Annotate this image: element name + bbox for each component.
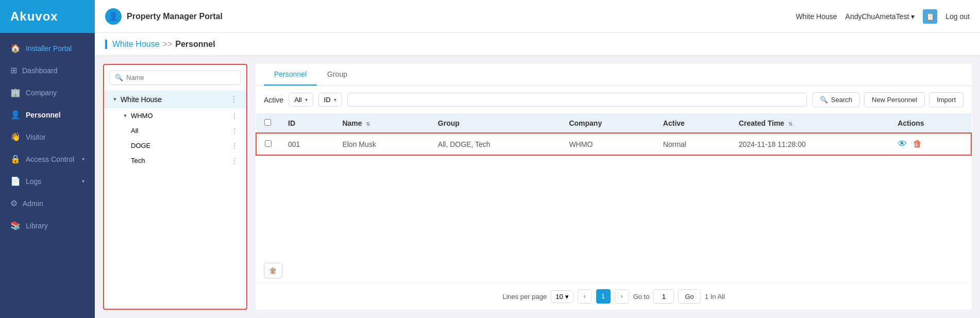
col-checkbox (256, 114, 280, 133)
col-active: Active (655, 114, 731, 133)
tab-group[interactable]: Group (317, 64, 358, 86)
search-button[interactable]: 🔍 Search (812, 92, 860, 107)
sidebar-item-label: Installer Portal (26, 44, 72, 53)
chevron-down-icon: ▾ (911, 12, 915, 21)
id-filter-select[interactable]: ID ▾ (318, 93, 342, 107)
chevron-down-icon: ▾ (305, 97, 308, 103)
bulk-delete-button[interactable]: 🗑 (264, 263, 282, 278)
search-icon: 🔍 (820, 96, 828, 104)
chevron-down-icon: ▾ (82, 178, 85, 184)
tree-item-all[interactable]: All ⋮ (104, 123, 246, 138)
portal-title: Property Manager Portal (127, 12, 223, 21)
sidebar-item-dashboard[interactable]: ⊞ Dashboard (0, 59, 95, 81)
sidebar-item-installer-portal[interactable]: 🏠 Installer Portal (0, 37, 95, 59)
tree-search-box[interactable]: 🔍 (109, 70, 241, 85)
sidebar-item-label: Access Control (26, 155, 74, 163)
col-group: Group (430, 114, 561, 133)
tree-panel: 🔍 ▼ White House ⋮ ▼ WHMO (103, 64, 247, 310)
tab-personnel[interactable]: Personnel (264, 64, 317, 86)
row-checkbox[interactable] (256, 133, 280, 155)
library-icon: 📚 (10, 221, 21, 230)
toolbar-search-input[interactable] (347, 93, 807, 107)
sidebar-item-visitor[interactable]: 👋 Visitor (0, 126, 95, 148)
table-area: ID Name ⇅ Group Company (256, 114, 972, 259)
sidebar-item-company[interactable]: 🏢 Company (0, 81, 95, 104)
go-button[interactable]: Go (678, 289, 700, 304)
lines-per-page-label: Lines per page (502, 293, 547, 300)
portal-user-icon: 👤 (105, 8, 122, 25)
tree-item-whmo[interactable]: ▼ WHMO ⋮ (104, 108, 246, 123)
prev-page-button[interactable]: ‹ (578, 289, 592, 304)
col-id: ID (280, 114, 334, 133)
tree-toggle-icon: ▼ (123, 113, 128, 119)
tree-toggle-icon: ▼ (112, 96, 117, 102)
row-id: 001 (280, 133, 334, 155)
goto-input[interactable] (653, 289, 674, 304)
breadcrumb-current: Personnel (175, 40, 215, 49)
col-company: Company (561, 114, 654, 133)
sidebar-item-label: Library (26, 222, 48, 230)
dashboard-icon: ⊞ (10, 65, 17, 75)
company-icon: 🏢 (10, 88, 21, 97)
delete-row-button[interactable]: 🗑 (913, 139, 922, 149)
tree-item-label: DOGE (131, 142, 150, 149)
row-company: WHMO (561, 133, 654, 155)
logout-button[interactable]: Log out (945, 12, 970, 21)
breadcrumb-site[interactable]: White House (112, 40, 160, 49)
sidebar-item-access-control[interactable]: 🔒 Access Control ▾ (0, 148, 95, 170)
sidebar-item-library[interactable]: 📚 Library (0, 214, 95, 237)
personnel-table: ID Name ⇅ Group Company (256, 114, 972, 156)
view-button[interactable]: 👁 (898, 139, 907, 149)
page-1-button[interactable]: 1 (596, 289, 611, 304)
sidebar-item-admin[interactable]: ⚙ Admin (0, 192, 95, 214)
import-button[interactable]: Import (929, 92, 964, 107)
tree-item-doge[interactable]: DOGE ⋮ (104, 138, 246, 153)
tree-item-more-icon[interactable]: ⋮ (231, 142, 238, 149)
tree-item-label: All (131, 127, 138, 135)
select-all-checkbox[interactable] (264, 119, 271, 126)
visitor-icon: 👋 (10, 132, 21, 142)
chevron-down-icon: ▾ (82, 156, 85, 162)
search-icon: 🔍 (115, 74, 123, 81)
home-icon: 🏠 (10, 43, 21, 53)
total-label: 1 In All (705, 293, 725, 300)
col-actions: Actions (889, 114, 971, 133)
pagination: Lines per page 10 ▾ ‹ 1 › Go to Go 1 In … (256, 282, 972, 310)
sidebar: 🏠 Installer Portal ⊞ Dashboard 🏢 Company… (0, 33, 95, 318)
sidebar-item-personnel[interactable]: 👤 Personnel (0, 104, 95, 126)
sidebar-item-logs[interactable]: 📄 Logs ▾ (0, 170, 95, 192)
sidebar-item-label: Personnel (26, 111, 61, 119)
next-page-button[interactable]: › (615, 289, 629, 304)
new-personnel-button[interactable]: New Personnel (864, 92, 925, 107)
active-filter-select[interactable]: All ▾ (289, 93, 313, 107)
tree-item-more-icon[interactable]: ⋮ (231, 112, 238, 120)
tree-item-whitehouse[interactable]: ▼ White House ⋮ (104, 90, 246, 108)
col-name: Name ⇅ (334, 114, 429, 133)
tree-item-more-icon[interactable]: ⋮ (231, 157, 238, 164)
sidebar-item-label: Visitor (26, 133, 46, 141)
sort-icon[interactable]: ⇅ (366, 121, 370, 127)
header-site: White House (796, 12, 837, 21)
sidebar-item-label: Admin (23, 199, 43, 208)
tree-item-more-icon[interactable]: ⋮ (230, 94, 238, 104)
header: Akuvox 👤 Property Manager Portal White H… (0, 0, 980, 33)
doc-icon[interactable]: 📋 (923, 9, 937, 24)
per-page-select[interactable]: 10 ▾ (551, 290, 573, 303)
sidebar-item-label: Company (26, 89, 57, 97)
toolbar: Active All ▾ ID ▾ 🔍 Search (256, 86, 972, 114)
tree-item-label: White House (121, 95, 162, 104)
breadcrumb-bar (105, 40, 107, 49)
sort-icon[interactable]: ⇅ (788, 121, 792, 127)
tree-item-label: WHMO (131, 112, 153, 120)
main: White House >> Personnel 🔍 ▼ White House… (95, 33, 980, 318)
tree-item-tech[interactable]: Tech ⋮ (104, 153, 246, 168)
header-right: White House AndyChuAmetaTest ▾ 📋 Log out (796, 9, 970, 24)
header-user[interactable]: AndyChuAmetaTest ▾ (846, 12, 915, 21)
tabs: Personnel Group (256, 64, 972, 86)
sidebar-item-label: Dashboard (22, 66, 58, 75)
breadcrumb: White House >> Personnel (95, 33, 980, 56)
tree-search-input[interactable] (126, 74, 235, 81)
tree-item-more-icon[interactable]: ⋮ (231, 127, 238, 135)
chevron-down-icon: ▾ (565, 293, 569, 300)
row-select-checkbox[interactable] (265, 140, 272, 147)
